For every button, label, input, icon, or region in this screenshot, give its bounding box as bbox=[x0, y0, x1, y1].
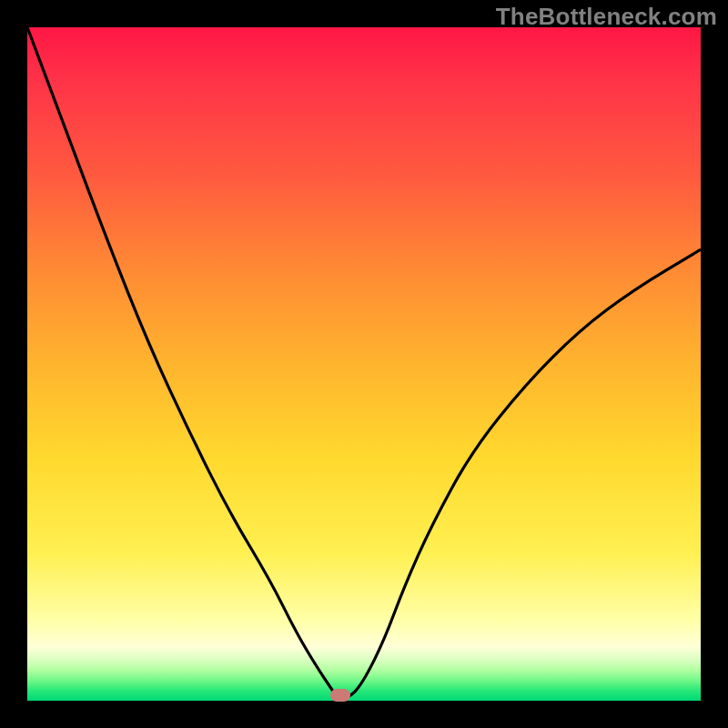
minimum-marker bbox=[330, 689, 350, 702]
chart-frame: TheBottleneck.com bbox=[0, 0, 728, 728]
curve-svg bbox=[27, 27, 701, 701]
watermark-text: TheBottleneck.com bbox=[496, 3, 717, 31]
bottleneck-curve bbox=[27, 27, 701, 697]
plot-area bbox=[27, 27, 701, 701]
